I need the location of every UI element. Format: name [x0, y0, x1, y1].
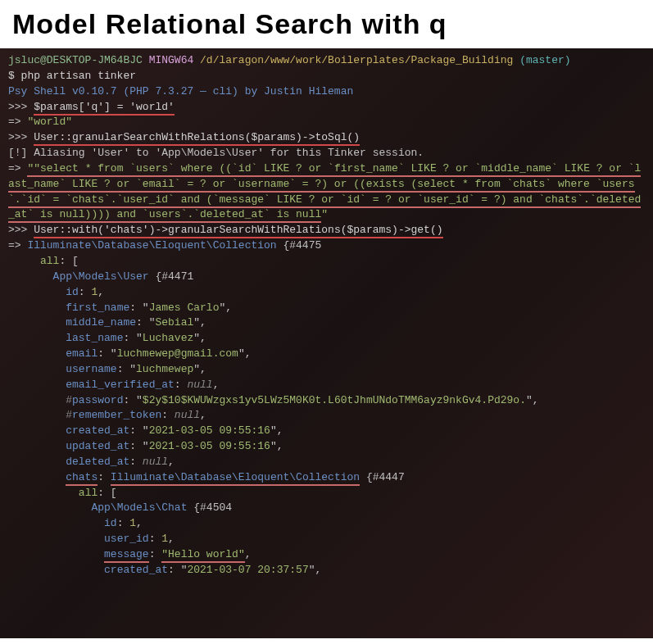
prompt-user: jsluc@DESKTOP-JM64BJC [8, 54, 143, 66]
field-value-message: "Hello world" [161, 548, 244, 563]
field-key-chats: chats [66, 471, 97, 486]
field-value: luchmewep@gmail.com [117, 347, 238, 360]
field-key: user_id [104, 533, 149, 545]
field-key: email_verified_at [66, 379, 175, 391]
output-world: world [34, 116, 66, 128]
field-key: created_at [66, 424, 129, 437]
input-params: $params['q'] = 'world' [34, 101, 175, 116]
hash-prefix: # [66, 394, 72, 406]
input-get: User::with('chats')->granularSearchWithR… [34, 224, 442, 238]
field-value: $2y$10$KWUWzgxs1yv5LWz5M0K0t.L60tJhmUNdo… [143, 394, 526, 406]
field-key: created_at [104, 564, 168, 576]
input-prefix: >>> [8, 101, 34, 113]
field-key: deleted_at [66, 456, 129, 468]
collection-class: Illuminate\Database\Eloquent\Collection [27, 239, 276, 252]
field-value: null [143, 456, 168, 468]
psy-shell-banner: Psy Shell v0.10.7 (PHP 7.3.27 — cli) by … [8, 85, 353, 98]
user-instance-id: {#4471 [149, 270, 194, 283]
prompt-branch: (master) [519, 54, 570, 66]
field-key: email [66, 347, 97, 360]
output-prefix: => [8, 239, 27, 252]
collection-id: {#4475 [277, 239, 322, 252]
chat-class: App\Models\Chat [91, 501, 187, 514]
chat-instance-id: {#4504 [187, 501, 232, 514]
user-class: App\Models\User [53, 270, 149, 283]
field-value: 2021-03-05 09:55:16 [149, 440, 270, 452]
terminal-output: jsluc@DESKTOP-JM64BJC MINGW64 /d/laragon… [0, 48, 653, 638]
all-key: all [79, 487, 97, 499]
field-key: first_name [66, 302, 129, 314]
input-tosql: User::granularSearchWithRelations($param… [34, 131, 360, 146]
field-key: id [104, 517, 117, 529]
all-key: all [40, 255, 59, 267]
field-value: null [175, 409, 200, 421]
field-value: 1 [129, 517, 136, 529]
command-line: $ php artisan tinker [8, 70, 136, 82]
field-value: luchmewep [136, 363, 193, 375]
prompt-env: MINGW64 [149, 54, 194, 66]
chats-instance-id: {#4447 [360, 471, 405, 483]
field-value: null [187, 379, 212, 391]
output-prefix: => [8, 162, 27, 175]
page-title: Model Relational Search with q [0, 0, 653, 48]
bracket: : [ [97, 487, 116, 499]
input-prefix: >>> [8, 224, 34, 236]
field-key: last_name [66, 332, 123, 344]
field-key: middle_name [66, 316, 136, 329]
input-prefix: >>> [8, 131, 34, 143]
prompt-path: /d/laragon/www/work/Boilerplates/Package… [200, 54, 513, 66]
output-prefix: => [8, 116, 27, 128]
field-key: username [66, 363, 116, 375]
field-value: James Carlo [149, 302, 220, 314]
field-key: id [66, 286, 79, 298]
field-key: remember_token [72, 409, 161, 421]
hash-prefix: # [66, 409, 72, 421]
field-value: Sebial [155, 316, 193, 329]
field-key-message: message [104, 548, 149, 563]
output-quote-close: " [66, 116, 72, 128]
sql-quote-close: " [321, 208, 328, 220]
bracket: : [ [59, 255, 78, 267]
field-key: password [72, 394, 123, 406]
chats-collection-class: Illuminate\Database\Eloquent\Collection [111, 471, 360, 486]
field-value: 2021-03-07 20:37:57 [187, 564, 308, 576]
field-value: 1 [161, 533, 168, 545]
field-value: Luchavez [143, 332, 193, 344]
field-value: 2021-03-05 09:55:16 [149, 424, 270, 437]
alias-notice: [!] Aliasing 'User' to 'App\Models\User'… [8, 147, 424, 159]
field-key: updated_at [66, 440, 129, 452]
